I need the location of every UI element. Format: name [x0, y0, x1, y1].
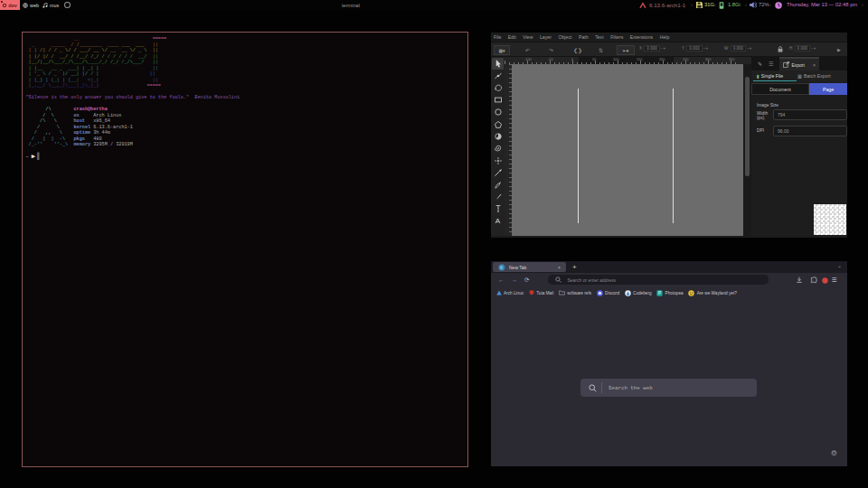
- svg-text:P: P: [658, 291, 661, 296]
